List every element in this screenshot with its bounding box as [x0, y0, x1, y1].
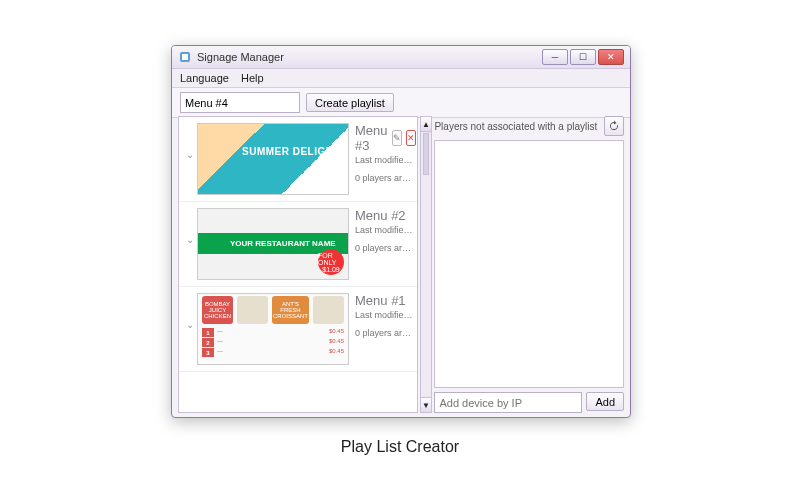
create-playlist-button[interactable]: Create playlist: [306, 93, 394, 112]
scrollbar[interactable]: ▲ ▼: [420, 116, 433, 413]
refresh-button[interactable]: [604, 116, 624, 136]
playlist-row[interactable]: ⌄ BOMBAY JUICY CHICKEN ANT'S FRESH CROIS…: [179, 287, 417, 372]
add-device-input[interactable]: [434, 392, 582, 413]
menu-help[interactable]: Help: [241, 72, 264, 84]
playlist-name: Menu #1: [355, 293, 406, 308]
players-heading: Players not associated with a playlist: [434, 121, 600, 132]
app-icon: [178, 50, 192, 64]
titlebar[interactable]: Signage Manager ─ ☐ ✕: [172, 46, 630, 69]
minimize-button[interactable]: ─: [542, 49, 568, 65]
app-window: Signage Manager ─ ☐ ✕ Language Help Crea…: [171, 45, 631, 418]
svg-rect-1: [182, 54, 188, 60]
players-list[interactable]: [434, 140, 624, 388]
playlist-list: ⌄ SUMMER DELIGHT Menu #3 ✎ ✕ Last modifi…: [178, 116, 418, 413]
playlist-players: 0 players are using this play: [355, 328, 413, 338]
playlist-modified: Last modified: 3/24/2016 2:: [355, 225, 413, 235]
playlist-modified: Last modified: 3/24/2016 2:: [355, 155, 413, 165]
playlist-row[interactable]: ⌄ YOUR RESTAURANT NAME FOR ONLY$1.09 Men…: [179, 202, 417, 287]
edit-icon[interactable]: ✎: [392, 130, 402, 146]
playlist-thumbnail: SUMMER DELIGHT: [197, 123, 349, 195]
playlist-name: Menu #3: [355, 123, 388, 153]
delete-icon[interactable]: ✕: [406, 130, 416, 146]
scroll-down-icon[interactable]: ▼: [420, 397, 433, 413]
expand-icon[interactable]: ⌄: [183, 149, 197, 160]
maximize-button[interactable]: ☐: [570, 49, 596, 65]
expand-icon[interactable]: ⌄: [183, 319, 197, 330]
playlist-modified: Last modified: 3/24/2016 2:: [355, 310, 413, 320]
refresh-icon: [608, 120, 620, 132]
playlist-name: Menu #2: [355, 208, 406, 223]
figure-caption: Play List Creator: [0, 438, 800, 456]
close-button[interactable]: ✕: [598, 49, 624, 65]
playlist-players: 0 players are using this play: [355, 243, 413, 253]
playlist-row[interactable]: ⌄ SUMMER DELIGHT Menu #3 ✎ ✕ Last modifi…: [179, 117, 417, 202]
scroll-thumb[interactable]: [423, 133, 430, 175]
playlist-thumbnail: BOMBAY JUICY CHICKEN ANT'S FRESH CROISSA…: [197, 293, 349, 365]
menu-language[interactable]: Language: [180, 72, 229, 84]
playlist-name-input[interactable]: [180, 92, 300, 113]
window-title: Signage Manager: [197, 51, 542, 63]
scroll-up-icon[interactable]: ▲: [420, 116, 433, 132]
menu-bar: Language Help: [172, 69, 630, 88]
playlist-thumbnail: YOUR RESTAURANT NAME FOR ONLY$1.09: [197, 208, 349, 280]
add-device-button[interactable]: Add: [586, 392, 624, 411]
playlist-players: 0 players are using this play: [355, 173, 413, 183]
expand-icon[interactable]: ⌄: [183, 234, 197, 245]
